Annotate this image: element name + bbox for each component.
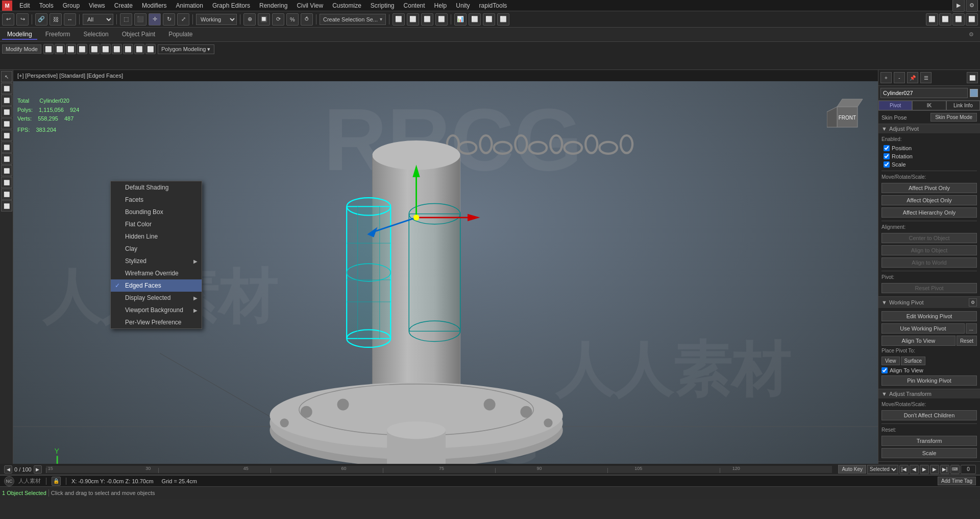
timeline-prev-btn[interactable]: ◀ [4, 465, 12, 474]
menu-content[interactable]: Content [400, 1, 429, 10]
adjust-pivot-header[interactable]: ▼ Adjust Pivot [878, 124, 980, 133]
object-name-input[interactable] [880, 88, 968, 98]
skin-pose-mode-btn[interactable]: Skin Pose Mode [930, 113, 977, 122]
key-mode-btn[interactable]: ⌨ [950, 465, 960, 474]
bind-spacewarp-button[interactable]: ↔ [64, 13, 76, 26]
key-mode-dropdown[interactable]: Selected [867, 465, 898, 474]
rotate-button[interactable]: ↻ [163, 13, 175, 26]
select-button[interactable]: ⬚ [120, 13, 132, 26]
scale-button[interactable]: ⤢ [177, 13, 189, 26]
rp-thumb-btn[interactable]: ⬜ [967, 72, 978, 83]
poly-mode-6[interactable]: ⬜ [145, 44, 156, 54]
reset-pivot-btn[interactable]: Reset Pivot [881, 283, 977, 293]
surface-btn[interactable]: Surface [901, 357, 925, 365]
scale-btn[interactable]: Scale [881, 448, 977, 458]
lt-btn-3[interactable]: ⬜ [1, 95, 12, 106]
ref-coord-dropdown[interactable]: Working [196, 14, 237, 25]
goto-start-btn[interactable]: |◀ [899, 465, 909, 474]
menu-views[interactable]: Views [85, 1, 109, 10]
align-view-button[interactable]: ⬜ [421, 13, 433, 26]
percent-snap-btn[interactable]: % [286, 13, 299, 26]
timeline-next-btn[interactable]: ▶ [34, 465, 42, 474]
cm-clay[interactable]: Clay [111, 243, 202, 255]
cm-per-view-preference[interactable]: Per-View Preference [111, 316, 202, 328]
menu-unity[interactable]: Unity [452, 1, 474, 10]
toolbar-extra-1[interactable]: ⬜ [926, 13, 938, 26]
cm-flat-color[interactable]: Flat Color [111, 218, 202, 230]
working-pivot-header[interactable]: ▼ Working Pivot ⚙ [878, 297, 980, 308]
render-frame-button[interactable]: ⬜ [497, 13, 509, 26]
menu-rendering[interactable]: Rendering [255, 1, 291, 10]
cm-stylized[interactable]: Stylized ▶ [111, 255, 202, 267]
rp-minus-btn[interactable]: - [894, 72, 905, 83]
lt-btn-8[interactable]: ⬜ [1, 153, 12, 164]
menu-civil-view[interactable]: Civil View [292, 1, 327, 10]
tab-settings[interactable]: ⚙ [965, 30, 978, 39]
lt-btn-5[interactable]: ⬜ [1, 118, 12, 129]
lt-btn-10[interactable]: ⬜ [1, 177, 12, 188]
scale-checkbox[interactable] [884, 161, 890, 168]
working-pivot-dots-btn[interactable]: ... [966, 323, 977, 334]
lt-btn-9[interactable]: ⬜ [1, 165, 12, 176]
align-button[interactable]: ⬜ [407, 13, 419, 26]
tab-pivot[interactable]: Pivot [878, 101, 912, 110]
tab-link-info[interactable]: Link Info [946, 101, 980, 110]
snap-btn[interactable]: 🔲 [258, 13, 270, 26]
render-button[interactable]: ▶ [952, 0, 965, 12]
poly-mode-1[interactable]: ⬜ [89, 44, 100, 54]
material-editor-button[interactable]: ⬜ [483, 13, 495, 26]
transform-btn[interactable]: Transform [881, 436, 977, 446]
center-to-object-btn[interactable]: Center to Object [881, 233, 977, 243]
tab-modeling[interactable]: Modeling [2, 30, 37, 40]
pivot-btn[interactable]: ⊕ [243, 13, 256, 26]
menu-create[interactable]: Create [110, 1, 137, 10]
lt-btn-7[interactable]: ⬜ [1, 141, 12, 153]
navigation-cube[interactable]: FRONT [827, 97, 868, 137]
align-to-view-btn[interactable]: Align To View [881, 336, 955, 346]
affect-hierarchy-only-btn[interactable]: Affect Hierarchy Only [881, 207, 977, 218]
edit-working-pivot-btn[interactable]: Edit Working Pivot [881, 311, 977, 321]
adjust-transform-header[interactable]: ▼ Adjust Transform [878, 389, 980, 398]
view-btn[interactable]: View [881, 357, 900, 365]
spinner-btn[interactable]: ⥀ [301, 13, 313, 26]
unlink-button[interactable]: ⛓ [50, 13, 62, 26]
select-region-button[interactable]: ⬛ [134, 13, 146, 26]
poly-mode-4[interactable]: ⬜ [123, 44, 133, 54]
schematic-button[interactable]: ⬜ [469, 13, 481, 26]
polygon-modeling-dropdown[interactable]: Polygon Modeling ▾ [158, 44, 214, 54]
goto-end-btn[interactable]: ▶| [940, 465, 949, 474]
modify-mode-btn[interactable]: Modify Mode [2, 44, 41, 54]
cm-bounding-box[interactable]: Bounding Box [111, 206, 202, 218]
add-time-tag-btn[interactable]: Add Time Tag [938, 477, 976, 485]
menu-animation[interactable]: Animation [172, 1, 207, 10]
use-working-pivot-btn[interactable]: Use Working Pivot [881, 323, 965, 334]
redo-button[interactable]: ↪ [16, 13, 29, 26]
time-input[interactable]: 0 [961, 465, 976, 474]
poly-mode-2[interactable]: ⬜ [101, 44, 111, 54]
tab-populate[interactable]: Populate [163, 30, 198, 40]
move-button[interactable]: ✛ [149, 13, 161, 26]
cm-wireframe-override[interactable]: Wireframe Override [111, 267, 202, 279]
timeline-track[interactable]: 15 30 45 60 75 90 105 120 [46, 466, 832, 473]
lt-btn-select[interactable]: ↖ [1, 71, 12, 82]
poly-btn-4[interactable]: ⬜ [77, 44, 87, 54]
poly-btn-1[interactable]: ⬜ [43, 44, 54, 54]
cm-display-selected[interactable]: Display Selected ▶ [111, 292, 202, 304]
poly-mode-5[interactable]: ⬜ [134, 44, 144, 54]
dont-affect-children-btn[interactable]: Don't Affect Children [881, 410, 977, 420]
cm-viewport-background[interactable]: Viewport Background ▶ [111, 304, 202, 316]
rotation-checkbox[interactable] [884, 153, 890, 159]
align-to-view-checkbox[interactable] [881, 367, 888, 373]
menu-tools[interactable]: Tools [35, 1, 58, 10]
tab-freeform[interactable]: Freeform [40, 30, 76, 40]
align-to-object-btn[interactable]: Align to Object [881, 245, 977, 255]
prev-frame-btn[interactable]: ◀ [910, 465, 919, 474]
link-button[interactable]: 🔗 [35, 13, 47, 26]
toolbar-extra-2[interactable]: ⬜ [939, 13, 951, 26]
rp-list-btn[interactable]: ☰ [920, 72, 932, 83]
align-to-view-checkbox-row[interactable]: Align To View [881, 367, 977, 373]
lt-btn-11[interactable]: ⬜ [1, 188, 12, 200]
graph-editor-button[interactable]: 📊 [454, 13, 467, 26]
next-frame-btn[interactable]: ▶ [930, 465, 939, 474]
rp-pin-btn[interactable]: 📌 [907, 72, 918, 83]
